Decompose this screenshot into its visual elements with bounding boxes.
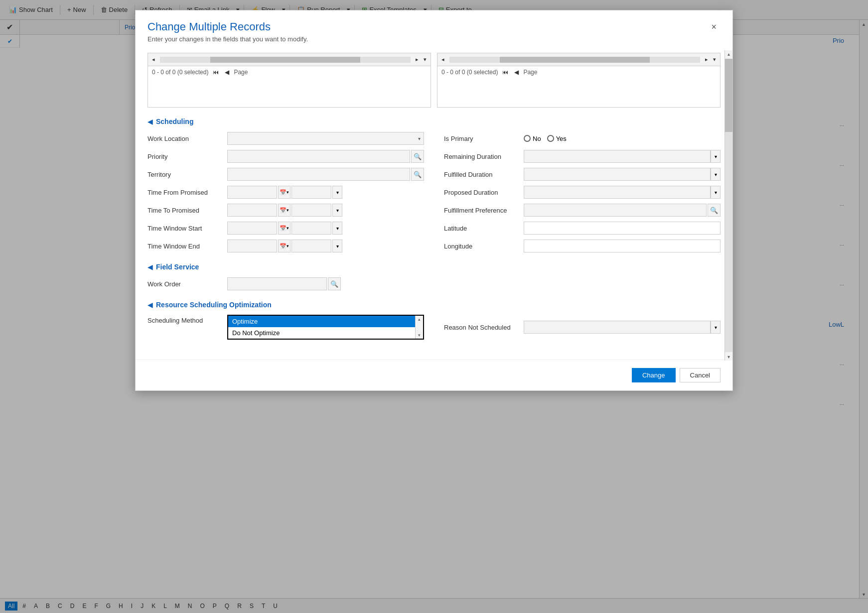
modal-close-button[interactable]: × <box>707 20 721 33</box>
time-window-start-date-input[interactable] <box>227 222 277 235</box>
modal-header: Change Multiple Records Enter your chang… <box>136 10 732 49</box>
time-from-promised-calendar-button[interactable]: 📅 ▾ <box>278 186 290 199</box>
is-primary-no-option[interactable]: No <box>524 135 541 142</box>
is-primary-yes-option[interactable]: Yes <box>547 135 567 142</box>
remaining-duration-dropdown-button[interactable]: ▾ <box>711 150 721 163</box>
panel1-scroll-thumb <box>210 57 361 63</box>
time-from-promised-time-input[interactable] <box>291 186 331 199</box>
select-scroll-up-icon[interactable]: ▴ <box>418 317 421 322</box>
time-from-promised-row: Time From Promised 📅 ▾ ▾ <box>147 185 424 199</box>
longitude-control <box>524 240 721 252</box>
panel1-prev-page[interactable]: ◀ <box>223 68 231 76</box>
time-window-end-time-dropdown[interactable]: ▾ <box>332 240 342 252</box>
select-scroll-down-icon[interactable]: ▾ <box>418 333 421 338</box>
priority-input[interactable] <box>227 150 410 163</box>
time-to-promised-time-dropdown[interactable]: ▾ <box>332 204 342 217</box>
calendar-icon-2: 📅 <box>280 207 287 214</box>
work-location-dropdown[interactable]: ▾ <box>227 132 424 145</box>
modal-title: Change Multiple Records <box>147 20 707 33</box>
radio-yes-label: Yes <box>556 135 567 142</box>
panel2-first-page[interactable]: ⏮ <box>501 68 510 76</box>
cancel-button[interactable]: Cancel <box>680 368 721 382</box>
reason-not-scheduled-input[interactable] <box>524 321 711 334</box>
time-to-promised-control: 📅 ▾ ▾ <box>227 204 342 217</box>
field-service-section-header[interactable]: ◀ Field Service <box>147 263 721 271</box>
scheduling-method-scrollbar[interactable]: ▴ ▾ <box>415 316 423 339</box>
field-service-section-title: Field Service <box>156 263 199 271</box>
fulfillment-preference-row: Fulfillment Preference 🔍 <box>444 203 721 217</box>
panel2-scroll-down[interactable]: ▾ <box>711 55 718 64</box>
remaining-duration-label: Remaining Duration <box>444 153 524 160</box>
fulfilled-duration-control: ▾ <box>524 168 721 181</box>
field-service-chevron-icon: ◀ <box>147 263 153 271</box>
modal-right-scrollbar[interactable]: ▴ ▾ <box>724 50 732 361</box>
fulfillment-preference-label: Fulfillment Preference <box>444 207 524 214</box>
work-order-row: Work Order 🔍 <box>147 277 424 291</box>
fulfilled-duration-dropdown-button[interactable]: ▾ <box>711 168 721 181</box>
work-order-lookup-button[interactable]: 🔍 <box>328 277 341 290</box>
remaining-duration-input[interactable] <box>524 150 711 163</box>
territory-label: Territory <box>147 171 227 178</box>
panel1-first-page[interactable]: ⏮ <box>211 68 220 76</box>
radio-no-label: No <box>533 135 541 142</box>
territory-lookup-button[interactable]: 🔍 <box>411 168 424 181</box>
latitude-row: Latitude <box>444 221 721 235</box>
fulfillment-preference-input[interactable] <box>524 204 707 217</box>
reason-not-scheduled-dropdown-button[interactable]: ▾ <box>711 321 721 334</box>
list-panel-1-toolbar: ◂ ▸ ▾ <box>148 53 431 66</box>
time-window-end-calendar-button[interactable]: 📅 ▾ <box>278 240 290 252</box>
proposed-duration-dropdown-button[interactable]: ▾ <box>711 186 721 199</box>
time-window-end-control: 📅 ▾ ▾ <box>227 240 342 252</box>
radio-yes-circle <box>547 135 554 142</box>
proposed-duration-input[interactable] <box>524 186 711 199</box>
scheduling-method-select[interactable]: Optimize Do Not Optimize ▴ ▾ <box>227 315 424 340</box>
resource-scheduling-section-header[interactable]: ◀ Resource Scheduling Optimization <box>147 301 721 309</box>
modal-scroll-down-icon[interactable]: ▾ <box>726 353 731 361</box>
fulfilled-duration-input[interactable] <box>524 168 711 181</box>
work-location-row: Work Location ▾ <box>147 131 424 145</box>
time-to-promised-date-input[interactable] <box>227 204 277 217</box>
modal-scroll-up-icon[interactable]: ▴ <box>726 50 731 58</box>
list-panel-2: ◂ ▸ ▾ 0 - 0 of 0 (0 selected) ⏮ ◀ Page <box>437 53 721 108</box>
time-window-end-time-input[interactable] <box>291 240 331 252</box>
change-multiple-records-dialog: Change Multiple Records Enter your chang… <box>135 10 733 391</box>
fulfilled-duration-row: Fulfilled Duration ▾ <box>444 167 721 181</box>
panel1-scroll-right[interactable]: ▸ <box>414 55 421 64</box>
list-panel-1-footer: 0 - 0 of 0 (0 selected) ⏮ ◀ Page <box>148 66 431 78</box>
work-location-label: Work Location <box>147 135 227 142</box>
panel1-scroll-track[interactable] <box>160 57 411 63</box>
time-to-promised-row: Time To Promised 📅 ▾ ▾ <box>147 203 424 217</box>
change-button[interactable]: Change <box>632 368 676 382</box>
time-window-start-time-input[interactable] <box>291 222 331 235</box>
latitude-input[interactable] <box>524 222 721 235</box>
panel2-scroll-left[interactable]: ◂ <box>439 55 446 64</box>
longitude-input[interactable] <box>524 240 721 252</box>
time-window-start-label: Time Window Start <box>147 225 227 232</box>
list-panel-2-footer: 0 - 0 of 0 (0 selected) ⏮ ◀ Page <box>437 66 720 78</box>
panel1-scroll-down[interactable]: ▾ <box>422 55 429 64</box>
modal-title-section: Change Multiple Records Enter your chang… <box>147 20 707 43</box>
work-order-control: 🔍 <box>227 277 424 290</box>
work-order-input[interactable] <box>227 277 327 290</box>
priority-lookup-button[interactable]: 🔍 <box>411 150 424 163</box>
fulfillment-preference-lookup-button[interactable]: 🔍 <box>708 204 721 217</box>
scheduling-section-header[interactable]: ◀ Scheduling <box>147 118 721 125</box>
work-location-control: ▾ <box>227 132 424 145</box>
resource-scheduling-chevron-icon: ◀ <box>147 301 153 309</box>
time-from-promised-time-dropdown[interactable]: ▾ <box>332 186 342 199</box>
time-window-start-calendar-button[interactable]: 📅 ▾ <box>278 222 290 235</box>
cal-dropdown-arrow-4: ▾ <box>287 244 289 248</box>
panel2-prev-page[interactable]: ◀ <box>513 68 520 76</box>
time-from-promised-date-input[interactable] <box>227 186 277 199</box>
panel1-scroll-left[interactable]: ◂ <box>150 55 157 64</box>
time-window-end-date-input[interactable] <box>227 240 277 252</box>
work-location-arrow-icon: ▾ <box>418 136 421 141</box>
scheduling-method-option-optimize[interactable]: Optimize <box>228 316 423 327</box>
panel2-scroll-track[interactable] <box>449 57 700 63</box>
time-window-start-time-dropdown[interactable]: ▾ <box>332 222 342 235</box>
scheduling-method-option-do-not-optimize[interactable]: Do Not Optimize <box>228 327 423 339</box>
time-to-promised-time-input[interactable] <box>291 204 331 217</box>
panel2-scroll-right[interactable]: ▸ <box>703 55 710 64</box>
time-to-promised-calendar-button[interactable]: 📅 ▾ <box>278 204 290 217</box>
territory-input[interactable] <box>227 168 410 181</box>
